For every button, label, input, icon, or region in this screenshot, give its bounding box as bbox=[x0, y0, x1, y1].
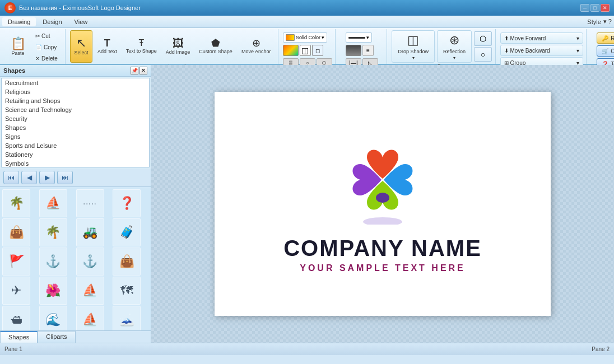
text-to-shape-button[interactable]: Ŧ Text to Shape bbox=[122, 30, 161, 63]
custom-shape-button[interactable]: ⬟ Custom Shape bbox=[195, 30, 236, 63]
shape-item-12[interactable]: ✈ bbox=[2, 277, 30, 305]
tab-shapes[interactable]: Shapes bbox=[0, 331, 38, 343]
effect-extra-2[interactable]: ○ bbox=[474, 47, 492, 62]
shapes-list-item-4[interactable]: Security bbox=[2, 114, 149, 123]
menu-design[interactable]: Design bbox=[37, 17, 67, 26]
add-image-label: Add Image bbox=[166, 50, 190, 55]
shape-item-8[interactable]: 🚩 bbox=[2, 248, 30, 276]
ribbon-drawing-tools-group: ↖ Select T Add Text Ŧ Text to Shape 🖼 Ad… bbox=[67, 29, 279, 64]
add-text-button[interactable]: T Add Text bbox=[94, 30, 121, 63]
registration-button[interactable]: 🔑 Registration bbox=[597, 32, 614, 44]
play-prev-button[interactable]: ◀ bbox=[21, 171, 37, 184]
stroke-color-row: ≡ bbox=[346, 45, 374, 56]
select-label: Select bbox=[74, 50, 88, 56]
shape-item-5[interactable]: 🌴 bbox=[39, 218, 67, 246]
fill-gradient-swatch[interactable] bbox=[283, 45, 299, 56]
shape-item-15[interactable]: 🗺 bbox=[113, 277, 141, 305]
tab-cliparts[interactable]: Cliparts bbox=[38, 331, 75, 343]
minimize-button[interactable]: ─ bbox=[580, 4, 589, 12]
paste-button[interactable]: 📋 Paste bbox=[6, 31, 30, 63]
add-image-button[interactable]: 🖼 Add Image bbox=[162, 30, 194, 63]
shapes-list-item-1[interactable]: Religious bbox=[2, 87, 149, 96]
order-button[interactable]: 🛒 Order bbox=[597, 45, 614, 57]
shapes-list-item-9[interactable]: Symbols bbox=[2, 159, 149, 167]
playback-controls: ⏮ ◀ ▶ ⏭ bbox=[0, 169, 151, 187]
shape-item-11[interactable]: 👜 bbox=[113, 248, 141, 276]
logo-svg bbox=[338, 135, 427, 225]
shapes-list-item-5[interactable]: Shapes bbox=[2, 123, 149, 132]
stroke-width-button[interactable]: ≡ bbox=[362, 45, 374, 56]
main-layout: Shapes 📌 ✕ Recruitment Religious Retaili… bbox=[0, 65, 614, 343]
shapes-list[interactable]: Recruitment Religious Retailing and Shop… bbox=[1, 78, 150, 167]
custom-shape-icon: ⬟ bbox=[211, 38, 220, 48]
fill-type-label: Solid Color bbox=[296, 35, 320, 40]
shape-item-16[interactable]: 🛳 bbox=[2, 306, 30, 330]
shape-item-14[interactable]: ⛵ bbox=[76, 277, 104, 305]
shape-item-13[interactable]: 🌺 bbox=[39, 277, 67, 305]
logo-card[interactable]: COMPANY NAME YOUR SAMPLE TEXT HERE bbox=[215, 92, 551, 316]
add-text-icon: T bbox=[104, 38, 110, 48]
move-forward-button[interactable]: ⬆ Move Forward ▾ bbox=[500, 32, 583, 44]
shapes-list-item-0[interactable]: Recruitment bbox=[2, 78, 149, 87]
shapes-list-item-2[interactable]: Retailing and Shops bbox=[2, 96, 149, 105]
registration-icon: 🔑 bbox=[602, 35, 608, 41]
style-help-icon[interactable]: ▾ ? bbox=[603, 18, 612, 25]
select-icon: ↖ bbox=[76, 37, 86, 49]
shape-item-4[interactable]: 👜 bbox=[2, 218, 30, 246]
move-backward-icon: ⬇ bbox=[504, 48, 509, 54]
shape-item-7[interactable]: 🧳 bbox=[113, 218, 141, 246]
left-panel: Shapes 📌 ✕ Recruitment Religious Retaili… bbox=[0, 65, 151, 343]
shape-item-1[interactable]: ⛵ bbox=[39, 189, 67, 217]
play-first-button[interactable]: ⏮ bbox=[3, 171, 19, 184]
menu-view[interactable]: View bbox=[69, 17, 94, 26]
fill-dropdown-arrow: ▾ bbox=[322, 35, 324, 40]
shape-item-17[interactable]: 🌊 bbox=[39, 306, 67, 330]
shape-item-18[interactable]: ⛵ bbox=[76, 306, 104, 330]
shape-item-19[interactable]: 🗻 bbox=[113, 306, 141, 330]
shapes-list-item-8[interactable]: Stationery bbox=[2, 150, 149, 159]
text-to-shape-icon: Ŧ bbox=[138, 39, 144, 48]
move-forward-label: Move Forward bbox=[510, 35, 546, 41]
stroke-color-swatch[interactable] bbox=[346, 45, 361, 56]
paste-label: Paste bbox=[11, 51, 24, 57]
close-button[interactable]: ✕ bbox=[601, 4, 610, 12]
company-name: COMPANY NAME bbox=[283, 236, 482, 261]
stroke-type-dropdown[interactable]: ▾ bbox=[346, 32, 372, 43]
ribbon-arrangement-group: ⬆ Move Forward ▾ ⬇ Move Backward ▾ ⊞ Gro… bbox=[497, 29, 587, 64]
shapes-list-item-6[interactable]: Signs bbox=[2, 132, 149, 141]
shapes-list-item-7[interactable]: Sports and Leisure bbox=[2, 141, 149, 150]
menu-drawing[interactable]: Drawing bbox=[2, 17, 36, 26]
status-bar: Pane 1 Pane 2 bbox=[0, 343, 614, 355]
copy-button[interactable]: 📄 Copy bbox=[31, 41, 62, 53]
panel-close-button[interactable]: ✕ bbox=[139, 67, 147, 74]
move-backward-button[interactable]: ⬇ Move Backward ▾ bbox=[500, 45, 583, 56]
arrangement-content: ⬆ Move Forward ▾ ⬇ Move Backward ▾ ⊞ Gro… bbox=[500, 30, 583, 68]
drop-shadow-button[interactable]: ◫ Drop Shadow ▾ bbox=[392, 30, 435, 63]
maximize-button[interactable]: □ bbox=[590, 4, 599, 12]
fill-opacity-button[interactable]: ◻ bbox=[312, 45, 323, 56]
panel-pin-button[interactable]: 📌 bbox=[131, 67, 138, 74]
move-anchor-button[interactable]: ⊕ Move Anchor bbox=[238, 30, 275, 63]
ribbon-registration-group: 🔑 Registration 🛒 Order ❓ Topics Help Reg… bbox=[588, 29, 614, 64]
shape-item-3[interactable]: ❓ bbox=[113, 189, 141, 217]
shape-item-6[interactable]: 🚜 bbox=[76, 218, 104, 246]
fill-pattern-button[interactable]: ◫ bbox=[300, 45, 311, 56]
play-last-button[interactable]: ⏭ bbox=[57, 171, 73, 184]
shapes-list-item-3[interactable]: Science and Technology bbox=[2, 105, 149, 114]
effects-content: ◫ Drop Shadow ▾ ⊛ Reflection ▾ ⬡ ○ bbox=[392, 30, 492, 63]
delete-button[interactable]: ✕ Delete bbox=[31, 53, 62, 64]
reflection-button[interactable]: ⊛ Reflection ▾ bbox=[437, 30, 472, 63]
cut-button[interactable]: ✂ Cut bbox=[31, 30, 62, 41]
title-controls[interactable]: ─ □ ✕ bbox=[580, 4, 610, 12]
shape-item-9[interactable]: ⚓ bbox=[39, 248, 67, 276]
select-button[interactable]: ↖ Select bbox=[70, 30, 92, 63]
effect-extra-1[interactable]: ⬡ bbox=[474, 31, 492, 46]
shape-item-10[interactable]: ⚓ bbox=[76, 248, 104, 276]
drawing-tools-content: ↖ Select T Add Text Ŧ Text to Shape 🖼 Ad… bbox=[70, 30, 275, 63]
status-left: Pane 1 bbox=[4, 346, 22, 352]
ribbon-effects-group: ◫ Drop Shadow ▾ ⊛ Reflection ▾ ⬡ ○ Effec… bbox=[388, 29, 496, 64]
shape-item-0[interactable]: 🌴 bbox=[2, 189, 30, 217]
solid-color-dropdown[interactable]: Solid Color ▾ bbox=[283, 32, 327, 43]
play-play-button[interactable]: ▶ bbox=[39, 171, 55, 184]
shape-item-2[interactable]: ····· bbox=[76, 189, 104, 217]
